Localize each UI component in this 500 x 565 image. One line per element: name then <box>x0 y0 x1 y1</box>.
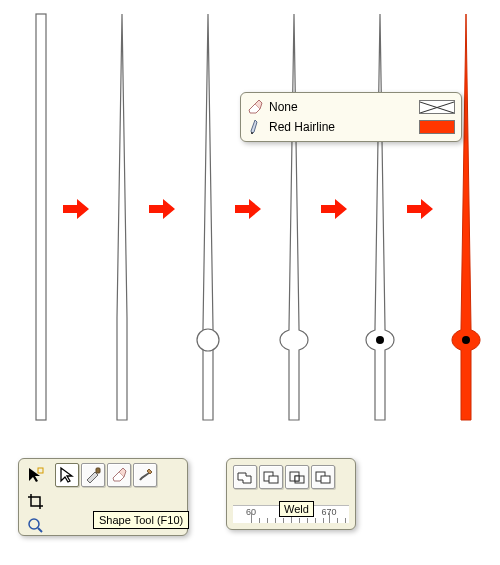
svg-point-2 <box>376 336 384 344</box>
svg-rect-0 <box>36 14 46 420</box>
arrow-icon <box>405 198 435 220</box>
hand-step-5 <box>350 8 410 428</box>
hand-step-6 <box>436 8 496 428</box>
pick-tool-icon[interactable] <box>23 463 47 487</box>
svg-point-1 <box>197 329 219 351</box>
svg-rect-10 <box>269 476 278 483</box>
arrow-icon <box>61 198 91 220</box>
arrow-icon <box>319 198 349 220</box>
svg-rect-15 <box>321 476 330 483</box>
svg-rect-5 <box>38 468 43 473</box>
eraser-tool-icon[interactable] <box>107 463 131 487</box>
zoom-tool-icon[interactable] <box>23 513 47 537</box>
crop-tool-icon[interactable] <box>23 489 47 513</box>
shape-tool-flyout: Shape Tool (F10) <box>18 458 188 536</box>
hand-step-3 <box>178 8 238 428</box>
svg-point-3 <box>462 336 470 344</box>
svg-line-8 <box>38 528 42 532</box>
knife-tool-icon[interactable] <box>81 463 105 487</box>
diagram-stage: None Red Hairline <box>0 8 500 438</box>
arrow-icon <box>233 198 263 220</box>
tooltip: Shape Tool (F10) <box>93 511 189 529</box>
svg-point-4 <box>251 132 253 134</box>
trim-icon[interactable] <box>259 465 283 489</box>
shape-tool-icon[interactable] <box>55 463 79 487</box>
swatch-none <box>419 100 455 114</box>
simplify-icon[interactable] <box>311 465 335 489</box>
hand-step-4 <box>264 8 324 428</box>
outline-option-label: None <box>269 100 413 114</box>
svg-rect-6 <box>96 468 100 473</box>
hand-step-2 <box>92 8 152 428</box>
pen-icon <box>247 119 263 135</box>
svg-point-7 <box>29 519 39 529</box>
eraser-icon <box>247 99 263 115</box>
smudge-tool-icon[interactable] <box>133 463 157 487</box>
outline-style-panel: None Red Hairline <box>240 92 462 142</box>
outline-option-red-hairline[interactable]: Red Hairline <box>247 117 455 137</box>
tooltip-label: Weld <box>284 503 309 515</box>
swatch-red <box>419 120 455 134</box>
tooltip-label: Shape Tool (F10) <box>99 514 183 526</box>
intersect-icon[interactable] <box>285 465 309 489</box>
weld-icon[interactable] <box>233 465 257 489</box>
arrow-icon <box>147 198 177 220</box>
outline-option-none[interactable]: None <box>247 97 455 117</box>
svg-rect-13 <box>295 476 299 481</box>
shaping-toolbar: 60 670 Weld <box>226 458 356 530</box>
tooltip: Weld <box>279 501 314 517</box>
outline-option-label: Red Hairline <box>269 120 413 134</box>
